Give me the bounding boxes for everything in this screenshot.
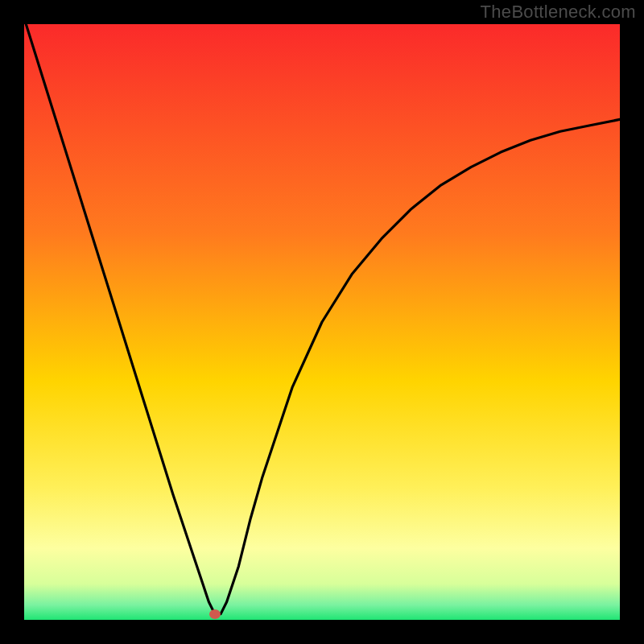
plot-area — [24, 24, 620, 620]
watermark-text: TheBottleneck.com — [481, 2, 636, 23]
bottleneck-curve — [24, 24, 620, 614]
curve-layer — [24, 24, 620, 620]
optimum-marker — [209, 609, 221, 619]
chart-frame: TheBottleneck.com — [0, 0, 644, 644]
